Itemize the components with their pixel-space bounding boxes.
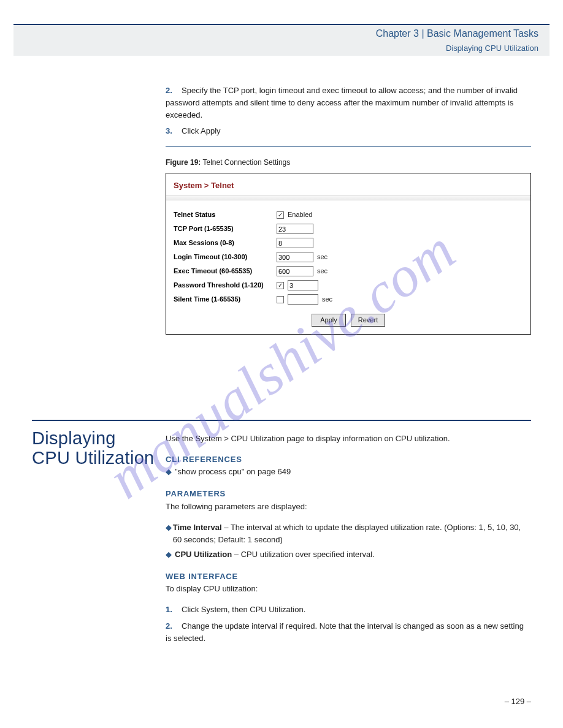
figure-rule bbox=[166, 146, 531, 147]
section-intro: Use the System > CPU Utilization page to… bbox=[166, 433, 531, 445]
parameters-head: PARAMETERS bbox=[166, 488, 531, 500]
main-content-top: 2.Specify the TCP port, login timeout an… bbox=[166, 85, 531, 355]
param-time-interval: ◆ Time Interval – The interval at which … bbox=[166, 521, 531, 546]
left-column: Displaying CPU Utilization bbox=[32, 429, 155, 468]
apply-button[interactable]: Apply bbox=[312, 314, 346, 327]
unit-sec: sec bbox=[317, 252, 327, 262]
step-num: 2. bbox=[166, 85, 182, 97]
input-password-threshold[interactable] bbox=[288, 280, 318, 290]
row-silent-time: Silent Time (1-65535) sec bbox=[174, 292, 523, 306]
step-num: 3. bbox=[166, 125, 182, 137]
checkbox-telnet-enabled[interactable]: ✓ bbox=[277, 211, 284, 219]
row-tcp-port: TCP Port (1-65535) bbox=[174, 222, 523, 236]
cli-references-head: CLI REFERENCES bbox=[166, 453, 531, 466]
unit-sec: sec bbox=[317, 266, 327, 276]
param-cpu-utilization: ◆ CPU Utilization – CPU utilization over… bbox=[166, 548, 531, 561]
unit-sec: sec bbox=[322, 294, 332, 305]
row-max-sessions: Max Sessions (0-8) bbox=[174, 236, 523, 250]
checkbox-silent-time[interactable] bbox=[277, 296, 284, 303]
step-text: Click Apply bbox=[182, 126, 221, 135]
bullet-icon: ◆ bbox=[166, 466, 175, 478]
label-tcp-port: TCP Port (1-65535) bbox=[174, 224, 277, 234]
checkbox-password-threshold[interactable]: ✓ bbox=[277, 282, 284, 289]
label-telnet-status: Telnet Status bbox=[174, 210, 277, 220]
step-text: Specify the TCP port, login timeout and … bbox=[166, 86, 518, 119]
figure-number: Figure 19: bbox=[166, 158, 201, 167]
param-text: Time Interval – The interval at which to… bbox=[173, 521, 531, 546]
step-num: 1. bbox=[166, 604, 182, 616]
panel-divider bbox=[166, 195, 530, 200]
bullet-icon: ◆ bbox=[166, 521, 173, 546]
row-exec-timeout: Exec Timeout (60-65535) sec bbox=[174, 264, 523, 278]
cli-ref-text: "show process cpu" on page 649 bbox=[175, 466, 291, 478]
header-section: Displaying CPU Utilization bbox=[446, 44, 538, 53]
button-row: Apply Revert bbox=[174, 314, 523, 327]
row-telnet-status: Telnet Status ✓ Enabled bbox=[174, 208, 523, 222]
web-intro: To display CPU utilization: bbox=[166, 583, 531, 595]
label-exec-timeout: Exec Timeout (60-65535) bbox=[174, 266, 277, 276]
figure-caption: Telnet Connection Settings bbox=[202, 158, 290, 167]
step-3: 3.Click Apply bbox=[166, 125, 531, 137]
figure-label: Figure 19: Telnet Connection Settings bbox=[166, 157, 531, 169]
header-chapter: Chapter 3 | Basic Management Tasks bbox=[376, 28, 538, 39]
bullet-icon: ◆ bbox=[166, 548, 175, 561]
input-silent-time[interactable] bbox=[288, 294, 318, 305]
web-step-1: 1.Click System, then CPU Utilization. bbox=[166, 604, 531, 616]
cli-ref-bullet: ◆ "show process cpu" on page 649 bbox=[166, 466, 531, 478]
label-silent-time: Silent Time (1-65535) bbox=[174, 294, 277, 305]
input-tcp-port[interactable] bbox=[277, 224, 313, 234]
label-enabled: Enabled bbox=[288, 210, 312, 220]
web-step-2: 2.Change the update interval if required… bbox=[166, 620, 531, 645]
page-number: – 129 – bbox=[505, 697, 531, 706]
section-heading: Displaying CPU Utilization bbox=[32, 429, 155, 468]
label-max-sessions: Max Sessions (0-8) bbox=[174, 238, 277, 248]
section-body: Use the System > CPU Utilization page to… bbox=[166, 433, 531, 648]
input-max-sessions[interactable] bbox=[277, 238, 313, 248]
web-interface-head: WEB INTERFACE bbox=[166, 571, 531, 583]
step-text: Click System, then CPU Utilization. bbox=[182, 605, 305, 614]
panel-title: System > Telnet bbox=[166, 173, 530, 195]
label-password-threshold: Password Threshold (1-120) bbox=[174, 280, 277, 290]
row-password-threshold: Password Threshold (1-120) ✓ bbox=[174, 278, 523, 292]
telnet-settings-panel: System > Telnet Telnet Status ✓ Enabled … bbox=[166, 173, 531, 335]
panel-body: Telnet Status ✓ Enabled TCP Port (1-6553… bbox=[166, 208, 530, 334]
revert-button[interactable]: Revert bbox=[351, 314, 385, 327]
parameters-intro: The following parameters are displayed: bbox=[166, 501, 531, 513]
step-text: Change the update interval if required. … bbox=[166, 621, 524, 643]
step-2: 2.Specify the TCP port, login timeout an… bbox=[166, 85, 531, 121]
input-exec-timeout[interactable] bbox=[277, 266, 313, 276]
input-login-timeout[interactable] bbox=[277, 252, 313, 262]
section-rule bbox=[32, 420, 531, 421]
step-num: 2. bbox=[166, 620, 182, 632]
param-text: CPU Utilization – CPU utilization over s… bbox=[175, 548, 375, 561]
row-login-timeout: Login Timeout (10-300) sec bbox=[174, 250, 523, 264]
label-login-timeout: Login Timeout (10-300) bbox=[174, 252, 277, 262]
